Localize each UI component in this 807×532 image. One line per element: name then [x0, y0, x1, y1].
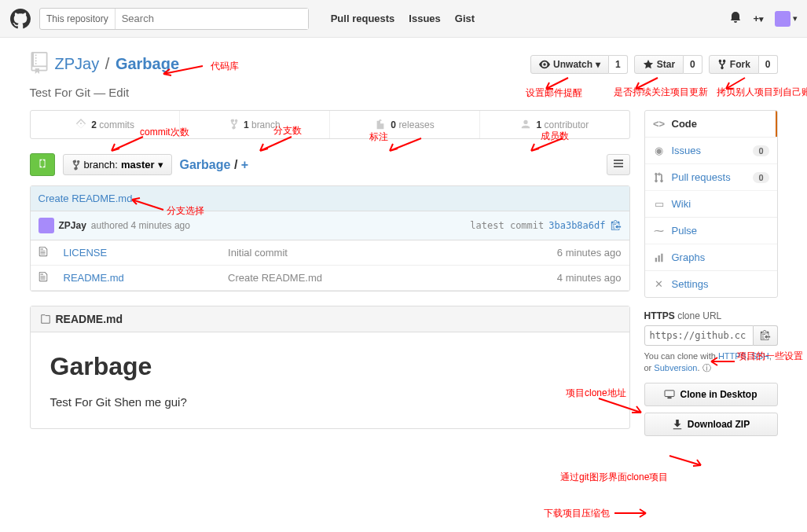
issues-icon: ◉: [653, 145, 666, 156]
stat-branches[interactable]: 1 branch: [180, 111, 330, 138]
clone-https-link[interactable]: HTTPS: [718, 351, 746, 361]
svg-rect-0: [614, 160, 623, 161]
fork-count[interactable]: 0: [759, 55, 778, 74]
repo-stats: 2 commits 1 branch 0 releases 1 contribu…: [30, 110, 630, 139]
readme-body-text: Test For Git Shen me gui?: [50, 395, 610, 409]
sidenav-issues[interactable]: ◉Issues0: [645, 138, 777, 164]
svg-rect-6: [665, 391, 674, 397]
sidenav-wiki[interactable]: ▭Wiki: [645, 191, 777, 217]
stat-releases[interactable]: 0 releases: [330, 111, 480, 138]
list-view-button[interactable]: [607, 154, 630, 175]
nav-issues[interactable]: Issues: [409, 13, 440, 24]
sidenav-pull-requests[interactable]: Pull requests0: [645, 164, 777, 191]
clone-url-input[interactable]: [644, 325, 754, 346]
file-commit-msg[interactable]: Create README.md: [220, 266, 457, 291]
clone-svn-link[interactable]: Subversion: [654, 363, 697, 372]
path-breadcrumb: Garbage / +: [180, 158, 249, 172]
repo-name-link[interactable]: Garbage: [116, 55, 179, 72]
pull-request-icon: [653, 172, 666, 183]
topbar-right: +▾ ▾: [729, 11, 798, 27]
commit-sha[interactable]: 3ba3b8a6df: [548, 220, 605, 231]
file-icon: [31, 240, 56, 266]
create-new-icon[interactable]: +▾: [753, 13, 764, 24]
topbar: This repository Pull requests Issues Gis…: [0, 0, 807, 38]
svg-rect-4: [658, 255, 659, 262]
stat-contributors[interactable]: 1 contributor: [480, 111, 629, 138]
commit-message[interactable]: Create README.md: [31, 186, 629, 211]
clone-box: HTTPS clone URL You can clone with HTTPS…: [644, 310, 778, 436]
pulse-icon: ⁓: [653, 225, 666, 237]
fork-button[interactable]: Fork: [709, 55, 759, 74]
tools-icon: ✕: [653, 278, 666, 290]
commit-author[interactable]: ZPJay: [59, 220, 86, 231]
star-group: Star 0: [634, 55, 702, 74]
file-name-link[interactable]: LICENSE: [64, 247, 108, 259]
commit-author-avatar[interactable]: [39, 218, 54, 233]
download-zip-button[interactable]: Download ZIP: [644, 413, 778, 436]
sidenav-code[interactable]: <>Code: [645, 111, 777, 137]
sidenav-graphs[interactable]: Graphs: [645, 244, 777, 270]
file-list: LICENSEInitial commit6 minutes agoREADME…: [31, 240, 629, 291]
repo-description: Test For Git — Edit: [30, 86, 778, 99]
commit-authored-time: authored 4 minutes ago: [91, 220, 190, 231]
clone-ssh-link[interactable]: SSH: [751, 351, 769, 361]
repo-owner-link[interactable]: ZPJay: [55, 55, 100, 72]
file-commit-msg[interactable]: Initial commit: [220, 240, 457, 266]
watch-count[interactable]: 1: [609, 55, 628, 74]
file-time: 4 minutes ago: [457, 266, 629, 291]
svg-rect-7: [668, 397, 672, 398]
search-input[interactable]: [116, 9, 308, 29]
clone-help-text: You can clone with HTTPS, SSH, or Subver…: [644, 350, 778, 375]
file-name-link[interactable]: README.md: [64, 272, 124, 284]
graph-icon: [653, 253, 666, 262]
commit-meta: ZPJay authored 4 minutes ago latest comm…: [31, 211, 629, 240]
nav-pull-requests[interactable]: Pull requests: [331, 13, 395, 24]
user-avatar[interactable]: ▾: [775, 11, 798, 27]
svg-rect-1: [614, 163, 623, 164]
github-logo-icon[interactable]: [9, 8, 31, 30]
readme-header: README.md: [31, 306, 629, 332]
path-root[interactable]: Garbage: [180, 158, 231, 171]
latest-commit-box: Create README.md ZPJay authored 4 minute…: [30, 185, 630, 292]
copy-sha-icon[interactable]: [611, 219, 622, 233]
star-count[interactable]: 0: [684, 55, 702, 74]
svg-rect-5: [661, 253, 662, 262]
search-box: This repository: [39, 8, 309, 30]
copy-url-button[interactable]: [754, 325, 778, 346]
repo-title: ZPJay / Garbage: [55, 55, 180, 73]
fork-group: Fork 0: [709, 55, 778, 74]
star-button[interactable]: Star: [634, 55, 684, 74]
svg-rect-2: [614, 166, 623, 167]
compare-button[interactable]: [30, 153, 55, 176]
repo-header: ZPJay / Garbage Unwatch ▾ 1 Star 0 Fork …: [30, 38, 778, 86]
sidenav-pulse[interactable]: ⁓Pulse: [645, 218, 777, 244]
file-time: 6 minutes ago: [457, 240, 629, 266]
notifications-icon[interactable]: [729, 11, 742, 26]
file-row: LICENSEInitial commit6 minutes ago: [31, 240, 629, 266]
watch-group: Unwatch ▾ 1: [530, 55, 628, 74]
book-icon: ▭: [653, 198, 666, 210]
nav-gist[interactable]: Gist: [455, 13, 475, 24]
top-nav: Pull requests Issues Gist: [331, 13, 475, 24]
search-scope[interactable]: This repository: [40, 9, 116, 29]
unwatch-button[interactable]: Unwatch ▾: [530, 55, 609, 74]
help-icon[interactable]: ⓘ: [702, 363, 711, 372]
file-row: README.mdCreate README.md4 minutes ago: [31, 266, 629, 291]
svg-rect-3: [655, 258, 656, 262]
side-nav: <>Code ◉Issues0 Pull requests0 ▭Wiki ⁓Pu…: [644, 110, 778, 298]
sidenav-settings[interactable]: ✕Settings: [645, 271, 777, 297]
clone-desktop-button[interactable]: Clone in Desktop: [644, 383, 778, 406]
clone-url-label: HTTPS clone URL: [644, 310, 778, 321]
repo-icon: [30, 52, 49, 76]
readme-box: README.md Garbage Test For Git Shen me g…: [30, 306, 630, 429]
code-icon: <>: [653, 118, 666, 130]
readme-title: Garbage: [50, 352, 610, 381]
file-icon: [31, 266, 56, 291]
stat-commits[interactable]: 2 commits: [31, 111, 181, 138]
new-file-button[interactable]: +: [241, 158, 248, 171]
branch-selector[interactable]: branch: master ▾: [63, 154, 172, 175]
